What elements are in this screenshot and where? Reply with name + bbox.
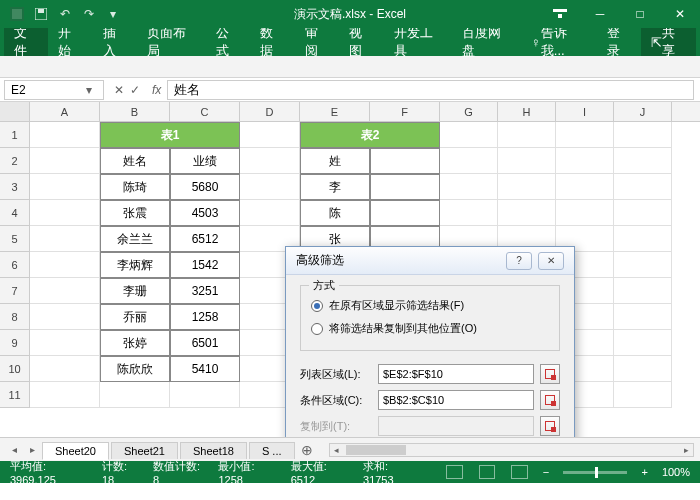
redo-icon[interactable]: ↷ [78,3,100,25]
cell[interactable] [30,200,100,226]
row-header[interactable]: 9 [0,330,30,356]
cell[interactable]: 乔丽 [100,304,170,330]
criteria-range-input[interactable]: $B$2:$C$10 [378,390,534,410]
cell[interactable] [614,200,672,226]
col-header[interactable]: J [614,102,672,121]
sheet-tab[interactable]: S ... [249,442,295,459]
cell[interactable] [30,304,100,330]
col-header[interactable]: I [556,102,614,121]
row-header[interactable]: 2 [0,148,30,174]
namebox-dropdown-icon[interactable]: ▾ [81,83,97,97]
undo-icon[interactable]: ↶ [54,3,76,25]
ribbon-options-icon[interactable] [540,0,580,28]
cell[interactable] [240,148,300,174]
cell[interactable] [30,330,100,356]
row-header[interactable]: 11 [0,382,30,408]
cell[interactable] [240,174,300,200]
cell[interactable]: 陈 [300,200,370,226]
tell-me[interactable]: ♀ 告诉我... [521,28,597,56]
row-header[interactable]: 1 [0,122,30,148]
dialog-close-button[interactable]: ✕ [538,252,564,270]
cell[interactable] [100,382,170,408]
cell[interactable] [170,382,240,408]
close-button[interactable]: ✕ [660,0,700,28]
criteria-range-picker-button[interactable] [540,390,560,410]
cell[interactable] [614,382,672,408]
cell[interactable]: 业绩 [170,148,240,174]
cell[interactable] [370,148,440,174]
cell[interactable] [30,356,100,382]
cell[interactable]: 余兰兰 [100,226,170,252]
view-pagebreak-icon[interactable] [511,465,528,479]
cell[interactable] [240,122,300,148]
cell[interactable]: 李 [300,174,370,200]
cell[interactable] [30,148,100,174]
save-icon[interactable] [30,3,52,25]
radio-copy-other[interactable]: 将筛选结果复制到其他位置(O) [311,317,549,340]
login-button[interactable]: 登录 [597,28,641,56]
zoom-out-icon[interactable]: − [543,466,549,478]
cell[interactable] [614,304,672,330]
tab-layout[interactable]: 页面布局 [137,28,206,56]
fx-icon[interactable]: fx [146,83,167,97]
share-button[interactable]: ⇱ 共享 [641,28,696,56]
cell[interactable] [614,148,672,174]
row-header[interactable]: 6 [0,252,30,278]
row-header[interactable]: 10 [0,356,30,382]
cell[interactable] [30,278,100,304]
zoom-in-icon[interactable]: + [641,466,647,478]
col-header[interactable]: H [498,102,556,121]
tab-review[interactable]: 审阅 [295,28,339,56]
cell[interactable] [370,174,440,200]
col-header[interactable]: F [370,102,440,121]
cell[interactable]: 陈琦 [100,174,170,200]
cell[interactable] [614,330,672,356]
qat-dropdown-icon[interactable]: ▾ [102,3,124,25]
dialog-titlebar[interactable]: 高级筛选 ? ✕ [286,247,574,275]
cell[interactable] [498,200,556,226]
cell[interactable] [614,356,672,382]
col-header[interactable]: E [300,102,370,121]
row-header[interactable]: 3 [0,174,30,200]
sheet-tab-active[interactable]: Sheet20 [42,442,109,460]
cell[interactable] [614,174,672,200]
cell[interactable]: 5680 [170,174,240,200]
list-range-picker-button[interactable] [540,364,560,384]
zoom-slider[interactable] [563,471,627,474]
cell[interactable]: 5410 [170,356,240,382]
view-normal-icon[interactable] [446,465,463,479]
cell[interactable]: 4503 [170,200,240,226]
dialog-help-button[interactable]: ? [506,252,532,270]
scrollbar-thumb[interactable] [346,445,406,455]
cell[interactable] [614,252,672,278]
cell[interactable] [370,200,440,226]
tab-formulas[interactable]: 公式 [206,28,250,56]
maximize-button[interactable]: □ [620,0,660,28]
tab-insert[interactable]: 插入 [93,28,137,56]
cell[interactable] [30,226,100,252]
zoom-thumb[interactable] [595,467,598,478]
cell[interactable] [556,200,614,226]
cell[interactable] [440,174,498,200]
name-box[interactable]: E2▾ [4,80,104,100]
col-header[interactable]: G [440,102,498,121]
select-all-corner[interactable] [0,102,30,121]
cell[interactable] [498,122,556,148]
cell[interactable] [240,200,300,226]
cell[interactable]: 李珊 [100,278,170,304]
cell[interactable] [614,278,672,304]
scroll-right-icon[interactable]: ▸ [679,445,693,455]
cell[interactable]: 姓名 [100,148,170,174]
cell[interactable] [498,148,556,174]
sheet-tab[interactable]: Sheet18 [180,442,247,459]
minimize-button[interactable]: ─ [580,0,620,28]
cell[interactable]: 张震 [100,200,170,226]
cell[interactable]: 李炳辉 [100,252,170,278]
row-header[interactable]: 5 [0,226,30,252]
cell[interactable] [440,122,498,148]
cell[interactable]: 张婷 [100,330,170,356]
row-header[interactable]: 4 [0,200,30,226]
tab-baidu[interactable]: 百度网盘 [452,28,521,56]
cell[interactable] [614,226,672,252]
tab-home[interactable]: 开始 [48,28,92,56]
